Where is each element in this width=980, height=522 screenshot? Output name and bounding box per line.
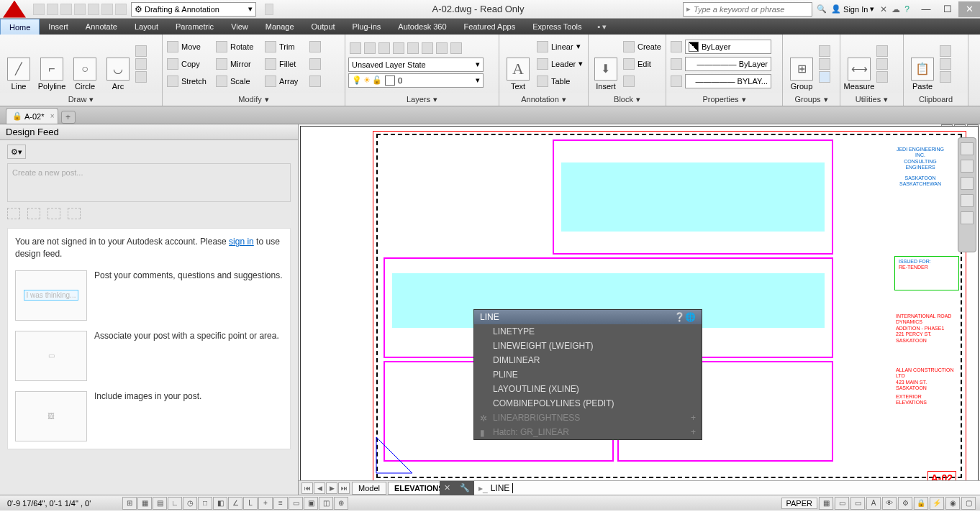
pin-icon[interactable] (27, 208, 40, 219)
lineweight-dropdown[interactable]: ————— ByLayer (685, 57, 771, 71)
tab-express-tools[interactable]: Express Tools (524, 19, 590, 35)
color-dropdown[interactable]: ByLayer (685, 40, 771, 54)
help-icon[interactable]: ? (904, 4, 909, 14)
qv-drawings-icon[interactable]: ▭ (850, 497, 865, 510)
grid-paper-icon[interactable]: ▦ (819, 497, 833, 510)
ltype-icon[interactable] (671, 75, 682, 87)
measure-button[interactable]: ⟷Measure (843, 37, 875, 91)
new-icon[interactable] (33, 4, 45, 15)
search-icon[interactable]: 🔍 (812, 4, 831, 14)
ac-item-layoutline[interactable]: LAYOUTLINE (XLINE) (474, 382, 702, 396)
linetype-dropdown[interactable]: ————— BYLAY... (685, 74, 771, 88)
linear-dim-button[interactable]: Linear ▾ (535, 39, 584, 55)
edit-attr-button[interactable] (622, 73, 663, 89)
text-button[interactable]: AText (502, 37, 534, 91)
pan-icon[interactable] (961, 160, 974, 173)
tab-autodesk360[interactable]: Autodesk 360 (389, 19, 455, 35)
layout-tab-model[interactable]: Model (352, 482, 386, 495)
rect-icon[interactable] (135, 45, 147, 57)
layout-prev-icon[interactable]: ◀ (314, 482, 325, 494)
showmotion-icon[interactable] (961, 211, 974, 224)
lweight-icon[interactable] (671, 58, 682, 70)
polyline-button[interactable]: ⌐Polyline (36, 37, 68, 91)
edit-block-button[interactable]: Edit (622, 56, 663, 72)
tab-home[interactable]: Home (0, 19, 40, 35)
command-input[interactable]: ▸_LINE (474, 483, 980, 493)
table-button[interactable]: Table (535, 73, 584, 89)
tpy-icon[interactable]: ▭ (289, 497, 303, 510)
tab-annotate[interactable]: Annotate (77, 19, 126, 35)
match-icon[interactable] (940, 71, 951, 83)
move-icon[interactable] (167, 41, 178, 52)
cmd-config-icon[interactable]: 🔧 (460, 483, 470, 493)
tab-layout[interactable]: Layout (126, 19, 167, 35)
infocenter-search[interactable]: ▸ (683, 2, 812, 17)
group-button[interactable]: ⊞Group (786, 37, 817, 91)
layeriso-icon[interactable] (436, 42, 448, 54)
layout-next-icon[interactable]: ▶ (326, 482, 337, 494)
ac-item-pline[interactable]: PLINE (474, 367, 702, 382)
zoom-icon[interactable] (961, 177, 974, 190)
select-area-icon[interactable] (7, 208, 20, 219)
ducs-icon[interactable]: L (243, 497, 258, 510)
coordinates-readout[interactable]: 0'-9 17/64", 0'-1 1/4" , 0' (0, 499, 122, 508)
layout-first-icon[interactable]: ⏮ (301, 482, 313, 494)
arc-button[interactable]: ◡Arc (102, 37, 134, 91)
stretch-icon[interactable] (167, 75, 178, 87)
tab-manage[interactable]: Manage (257, 19, 303, 35)
array-icon[interactable] (265, 75, 276, 87)
tab-view[interactable]: View (222, 19, 257, 35)
signin-link[interactable]: sign in (229, 237, 254, 247)
ac-help-icon[interactable]: ❔ (674, 312, 685, 322)
selectall-icon[interactable] (876, 45, 888, 57)
ac-item-lineweight[interactable]: LINEWEIGHT (LWEIGHT) (474, 339, 702, 353)
dyn-icon[interactable]: + (258, 497, 273, 510)
close-tab-icon[interactable]: × (50, 112, 55, 120)
file-tab-a02[interactable]: 🔒 A-02* × (6, 108, 58, 124)
fillet-icon[interactable] (265, 58, 276, 70)
layermatch-icon[interactable] (450, 42, 462, 54)
cmd-close-icon[interactable]: ✕ (444, 483, 450, 493)
signin-button[interactable]: 👤 Sign In ▾ (831, 4, 874, 14)
tab-plugins[interactable]: Plug-ins (344, 19, 390, 35)
layerthaw-icon[interactable] (422, 42, 433, 54)
matchprop-icon[interactable] (671, 41, 682, 52)
copy-clip-icon[interactable] (940, 58, 951, 70)
scale-icon[interactable] (216, 75, 227, 87)
ac-item-combinepolylines[interactable]: COMBINEPOLYLINES (PEDIT) (474, 396, 702, 411)
tab-parametric[interactable]: Parametric (167, 19, 222, 35)
tab-insert[interactable]: Insert (40, 19, 77, 35)
annoscale-icon[interactable]: A (866, 497, 881, 510)
ellipse-icon[interactable] (135, 71, 147, 83)
am-icon[interactable]: ⊕ (334, 497, 348, 510)
lwt-icon[interactable]: ≡ (273, 497, 288, 510)
ac-item-dimlinear[interactable]: DIMLINEAR (474, 353, 702, 367)
layerfreeze-icon[interactable] (364, 42, 376, 54)
tag-person-icon[interactable] (47, 208, 60, 219)
paper-toggle[interactable]: PAPER (781, 498, 817, 509)
ws-switch-icon[interactable]: ⚙ (898, 497, 912, 510)
layeroff-icon[interactable] (393, 42, 404, 54)
create-post-input[interactable]: Create a new post... (7, 163, 291, 202)
qp-icon[interactable]: ▣ (304, 497, 318, 510)
grid-icon[interactable]: ▤ (153, 497, 167, 510)
annovis-icon[interactable]: 👁 (882, 497, 897, 510)
isolate-icon[interactable]: ◉ (945, 497, 960, 510)
attach-image-icon[interactable] (68, 208, 81, 219)
app-logo[interactable] (3, 1, 26, 18)
leader-button[interactable]: Leader ▾ (535, 56, 584, 72)
create-block-button[interactable]: Create (622, 39, 663, 55)
circle-button[interactable]: ○Circle (69, 37, 101, 91)
calc-icon[interactable] (876, 71, 888, 83)
qv-layouts-icon[interactable]: ▭ (835, 497, 849, 510)
cut-icon[interactable] (940, 45, 951, 57)
open-icon[interactable] (47, 4, 58, 15)
erase-icon[interactable] (309, 41, 321, 52)
new-tab-button[interactable]: + (61, 111, 76, 124)
ac-item-linearbrightness[interactable]: ✲LINEARBRIGHTNESS+ (474, 411, 702, 425)
layer-current-dropdown[interactable]: 💡☀🔓0▾ (348, 73, 484, 88)
osnap-icon[interactable]: □ (198, 497, 212, 510)
plot-icon[interactable] (88, 4, 99, 15)
search-input[interactable] (694, 5, 809, 14)
ac-selected[interactable]: LINE❔🌐 (474, 310, 702, 324)
